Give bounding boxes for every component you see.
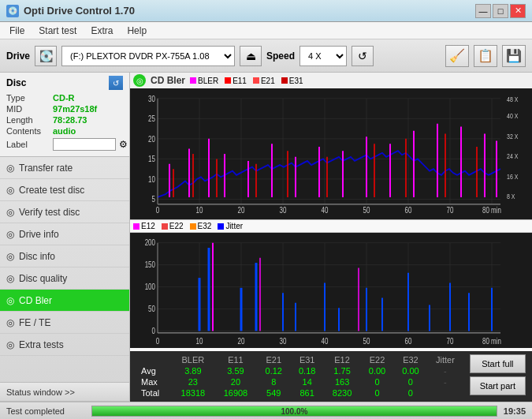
bottom-chart-svg: 200 150 100 50 0 0 10 20 30 40 50 60 70 …: [130, 233, 532, 348]
sidebar-item-label-create-test-disc: Create test disc: [19, 185, 84, 196]
svg-text:20: 20: [238, 337, 245, 346]
legend-e21: E21: [253, 77, 275, 85]
menu-file[interactable]: File: [3, 24, 31, 38]
svg-text:60: 60: [405, 206, 412, 215]
top-chart-section: 30 25 20 15 10 5 48 X 40 X 32 X 24 X 16 …: [130, 88, 532, 220]
erase-button[interactable]: 🧹: [445, 45, 469, 67]
svg-text:40 X: 40 X: [507, 113, 519, 121]
stats-total-e22: 0: [360, 387, 393, 398]
svg-text:10: 10: [196, 206, 203, 215]
table-row: Total 18318 16908 549 861 8230 0 0: [136, 387, 463, 398]
sidebar-item-drive-info[interactable]: ◎ Drive info: [0, 223, 129, 245]
disc-panel: Disc ↺ Type CD-R MID 97m27s18f Length 78…: [0, 73, 129, 157]
legend-e22-label: E22: [169, 222, 184, 230]
sidebar-item-extra-tests[interactable]: ◎ Extra tests: [0, 334, 129, 356]
legend-e32-label: E32: [198, 222, 212, 230]
stats-max-e22: 0: [360, 376, 393, 387]
close-button[interactable]: ✕: [510, 4, 526, 18]
stats-max-jitter: -: [427, 376, 463, 387]
speed-selector[interactable]: 4 X 1 X 2 X 8 X 16 X Max: [299, 46, 347, 66]
sidebar-item-label-transfer-rate: Transfer rate: [19, 163, 73, 174]
disc-type-value: CD-R: [53, 93, 75, 103]
title-bar: 💿 Opti Drive Control 1.70 — □ ✕: [0, 0, 532, 22]
sidebar-item-create-test-disc[interactable]: ◎ Create test disc: [0, 179, 129, 201]
svg-text:16 X: 16 X: [507, 173, 519, 181]
disc-info-icon: ◎: [6, 251, 14, 262]
svg-text:30: 30: [280, 337, 287, 346]
save-button[interactable]: 💾: [502, 45, 526, 67]
create-test-disc-icon: ◎: [6, 185, 14, 196]
stats-avg-e12: 1.75: [324, 365, 360, 376]
stats-avg-jitter: -: [427, 365, 463, 376]
stats-row-avg-label: Avg: [136, 365, 172, 376]
sidebar-item-label-extra-tests: Extra tests: [19, 339, 64, 350]
sidebar-item-label-disc-info: Disc info: [19, 251, 55, 262]
sidebar-item-disc-info[interactable]: ◎ Disc info: [0, 245, 129, 267]
legend-e11: E11: [225, 77, 247, 85]
legend-e32: E32: [190, 222, 212, 230]
stats-col-header-e22: E22: [360, 354, 393, 365]
sidebar-item-disc-quality[interactable]: ◎ Disc quality: [0, 267, 129, 290]
verify-test-disc-icon: ◎: [6, 207, 14, 218]
label-settings-button[interactable]: ⚙: [119, 137, 128, 152]
svg-text:48 X: 48 X: [507, 95, 519, 103]
drive-icon: 💽: [35, 46, 57, 66]
stats-col-header-jitter: Jitter: [427, 354, 463, 365]
sidebar-item-transfer-rate[interactable]: ◎ Transfer rate: [0, 157, 129, 179]
toolbar: Drive 💽 (F:) PLEXTOR DVDR PX-755A 1.08 ⏏…: [0, 39, 532, 73]
start-part-button[interactable]: Start part: [470, 376, 526, 395]
menu-extra[interactable]: Extra: [84, 24, 119, 38]
eject-button[interactable]: ⏏: [240, 46, 262, 66]
refresh-speed-button[interactable]: ↺: [352, 46, 374, 66]
legend-e12-label: E12: [141, 222, 155, 230]
status-window-button[interactable]: Status window >>: [0, 383, 129, 402]
status-bar: Test completed 100.0% 19:35: [0, 402, 532, 419]
legend-bler: BLER: [190, 77, 218, 85]
stats-total-e21: 549: [257, 387, 290, 398]
svg-text:50: 50: [363, 206, 370, 215]
stats-max-e12: 163: [324, 376, 360, 387]
svg-text:60: 60: [405, 337, 412, 346]
legend-bler-dot: [190, 77, 196, 84]
legend-jitter-dot: [218, 223, 224, 230]
disc-label-input[interactable]: [53, 138, 116, 151]
menu-start-test[interactable]: Start test: [32, 24, 83, 38]
main-layout: Disc ↺ Type CD-R MID 97m27s18f Length 78…: [0, 73, 532, 402]
svg-text:5: 5: [152, 195, 155, 204]
legend-e31-dot: [281, 77, 288, 84]
legend-e31-label: E31: [289, 77, 303, 85]
legend-e32-dot: [190, 223, 196, 230]
stats-avg-e32: 0.00: [394, 365, 427, 376]
disc-length-label: Length: [6, 115, 50, 125]
stats-col-header-e12: E12: [324, 354, 360, 365]
status-window-label: Status window >>: [6, 387, 75, 397]
stats-max-e21: 8: [257, 376, 290, 387]
content-area: ◎ CD Bler BLER E11 E21 E31: [130, 73, 532, 402]
sidebar-item-cd-bler[interactable]: ◎ CD Bler: [0, 290, 129, 312]
stats-total-jitter: [427, 387, 463, 398]
maximize-button[interactable]: □: [493, 4, 508, 18]
minimize-button[interactable]: —: [475, 4, 491, 18]
svg-text:0: 0: [152, 327, 155, 335]
top-chart-svg: 30 25 20 15 10 5 48 X 40 X 32 X 24 X 16 …: [130, 88, 532, 219]
start-full-button[interactable]: Start full: [470, 354, 526, 373]
table-row: Avg 3.89 3.59 0.12 0.18 1.75 0.00 0.00 -: [136, 365, 463, 376]
legend-e11-label: E11: [233, 77, 247, 85]
stats-row-max-label: Max: [136, 376, 172, 387]
drive-selector[interactable]: (F:) PLEXTOR DVDR PX-755A 1.08: [61, 46, 235, 66]
stats-max-e31: 14: [290, 376, 323, 387]
drive-info-icon: ◎: [6, 229, 14, 240]
window-controls: — □ ✕: [475, 4, 526, 18]
disc-contents-label: Contents: [6, 126, 50, 136]
svg-text:50: 50: [148, 305, 155, 313]
stats-col-header-e21: E21: [257, 354, 290, 365]
legend-e21-dot: [253, 77, 259, 84]
copy-button[interactable]: 📋: [474, 45, 497, 67]
disc-refresh-button[interactable]: ↺: [109, 76, 123, 90]
svg-text:200: 200: [145, 239, 155, 248]
menu-help[interactable]: Help: [121, 24, 153, 38]
sidebar-item-verify-test-disc[interactable]: ◎ Verify test disc: [0, 201, 129, 223]
menu-bar: File Start test Extra Help: [0, 22, 532, 39]
stats-table-wrapper: BLER E11 E21 E31 E12 E22 E32 Jitter Avg: [136, 354, 463, 398]
sidebar-item-fe-te[interactable]: ◎ FE / TE: [0, 312, 129, 334]
